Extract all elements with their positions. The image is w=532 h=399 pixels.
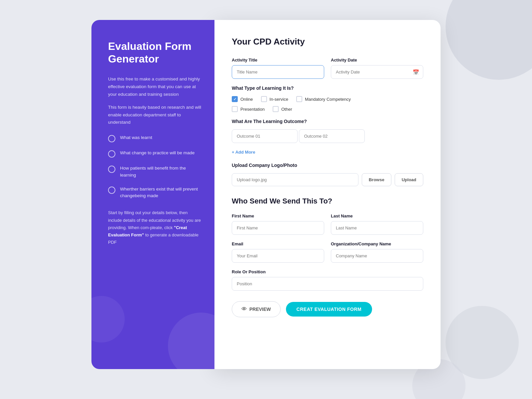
bullet-item-3: How patients will benefit from the learn… bbox=[108, 165, 201, 179]
last-name-group: Last Name bbox=[331, 213, 423, 235]
email-company-row: Email Organization/Company Name bbox=[232, 241, 423, 263]
preview-label: PREVIEW bbox=[249, 307, 271, 312]
upload-label: Upload Company Logo/Photo bbox=[232, 163, 423, 168]
checkbox-mandatory-label: Mandatory Competency bbox=[305, 97, 351, 102]
email-group: Email bbox=[232, 241, 324, 263]
panel-desc-1: Use this free to make a customised and h… bbox=[108, 75, 201, 98]
email-label: Email bbox=[232, 241, 324, 246]
checkbox-inservice-box[interactable] bbox=[261, 96, 267, 102]
create-evaluation-button[interactable]: CREAT EVALUATION FORM bbox=[286, 302, 372, 317]
upload-section: Upload Company Logo/Photo Browse Upload bbox=[232, 163, 423, 186]
bullet-circle-1 bbox=[108, 135, 115, 142]
add-more-link[interactable]: + Add More bbox=[232, 150, 255, 155]
checkbox-presentation-box[interactable] bbox=[232, 106, 238, 112]
learning-type-label: What Type of Learning It Is? bbox=[232, 85, 423, 91]
checkbox-group-row1: Online In-service Mandatory Competency bbox=[232, 96, 423, 102]
activity-title-group: Activity Title bbox=[232, 58, 324, 79]
outcomes-section: What Are The Learning Outcome? bbox=[232, 119, 423, 146]
date-input-wrapper: 📅 bbox=[331, 65, 423, 79]
activity-date-group: Activity Date 📅 bbox=[331, 58, 423, 79]
checkbox-group-row2: Presentation Other bbox=[232, 106, 423, 112]
activity-row: Activity Title Activity Date 📅 bbox=[232, 58, 423, 79]
eye-icon: 👁 bbox=[241, 306, 247, 312]
activity-title-label: Activity Title bbox=[232, 58, 324, 63]
send-to-title: Who Send We Send This To? bbox=[232, 197, 423, 205]
outcome-1-input[interactable] bbox=[232, 129, 298, 143]
left-panel: Evaluation Form Generator Use this free … bbox=[91, 20, 214, 369]
bullet-circle-4 bbox=[108, 187, 115, 194]
last-name-label: Last Name bbox=[331, 213, 423, 218]
checkbox-inservice-label: In-service bbox=[270, 97, 288, 102]
right-panel: Your CPD Activity Activity Title Activit… bbox=[214, 20, 441, 369]
learning-type-section: What Type of Learning It Is? Online In-s… bbox=[232, 85, 423, 112]
checkbox-online-box[interactable] bbox=[232, 96, 238, 102]
name-row: First Name Last Name bbox=[232, 213, 423, 235]
upload-button[interactable]: Upload bbox=[395, 173, 423, 186]
checkbox-presentation[interactable]: Presentation bbox=[232, 106, 265, 112]
checkbox-mandatory-box[interactable] bbox=[296, 96, 302, 102]
page-layout: Evaluation Form Generator Use this free … bbox=[91, 20, 441, 369]
panel-title: Evaluation Form Generator bbox=[108, 40, 201, 66]
preview-button[interactable]: 👁 PREVIEW bbox=[232, 301, 281, 317]
first-name-label: First Name bbox=[232, 213, 324, 218]
checkbox-inservice[interactable]: In-service bbox=[261, 96, 288, 102]
checkbox-online[interactable]: Online bbox=[232, 96, 253, 102]
panel-desc-2: This form is heavily based on research a… bbox=[108, 104, 201, 127]
role-label: Role Or Position bbox=[232, 269, 423, 274]
form-title: Your CPD Activity bbox=[232, 37, 423, 47]
activity-title-input[interactable] bbox=[232, 65, 324, 79]
checkbox-other[interactable]: Other bbox=[273, 106, 292, 112]
company-label: Organization/Company Name bbox=[331, 241, 423, 246]
checkbox-other-box[interactable] bbox=[273, 106, 279, 112]
bg-decoration-1 bbox=[446, 0, 532, 80]
upload-row: Browse Upload bbox=[232, 173, 423, 186]
browse-button[interactable]: Browse bbox=[362, 173, 391, 186]
checkbox-mandatory[interactable]: Mandatory Competency bbox=[296, 96, 351, 102]
bullet-circle-3 bbox=[108, 166, 115, 173]
checkbox-presentation-label: Presentation bbox=[240, 107, 265, 112]
first-name-group: First Name bbox=[232, 213, 324, 235]
role-group: Role Or Position bbox=[232, 269, 423, 291]
bullet-item-1: What was learnt bbox=[108, 134, 201, 142]
panel-footer: Start by filling out your details below,… bbox=[108, 209, 201, 246]
bullet-text-1: What was learnt bbox=[120, 134, 152, 141]
bullet-text-4: Wherther barriers exist that will preven… bbox=[120, 186, 201, 200]
last-name-input[interactable] bbox=[331, 221, 423, 235]
bullet-item-4: Wherther barriers exist that will preven… bbox=[108, 186, 201, 200]
bullet-circle-2 bbox=[108, 150, 115, 158]
outcomes-label: What Are The Learning Outcome? bbox=[232, 119, 423, 124]
role-input[interactable] bbox=[232, 277, 423, 291]
activity-date-label: Activity Date bbox=[331, 58, 423, 63]
first-name-input[interactable] bbox=[232, 221, 324, 235]
company-group: Organization/Company Name bbox=[331, 241, 423, 263]
calendar-icon[interactable]: 📅 bbox=[413, 69, 419, 75]
bullet-item-2: What change to practice will be made bbox=[108, 150, 201, 158]
action-row: 👁 PREVIEW CREAT EVALUATION FORM bbox=[232, 301, 423, 317]
company-input[interactable] bbox=[331, 249, 423, 263]
bullet-list: What was learnt What change to practice … bbox=[108, 134, 201, 199]
email-input[interactable] bbox=[232, 249, 324, 263]
outcome-2-input[interactable] bbox=[299, 129, 365, 143]
bullet-text-3: How patients will benefit from the learn… bbox=[120, 165, 201, 179]
activity-date-input[interactable] bbox=[331, 65, 423, 79]
bullet-text-2: What change to practice will be made bbox=[120, 150, 195, 156]
checkbox-online-label: Online bbox=[240, 97, 253, 102]
checkbox-other-label: Other bbox=[281, 107, 292, 112]
upload-file-input[interactable] bbox=[232, 173, 358, 186]
